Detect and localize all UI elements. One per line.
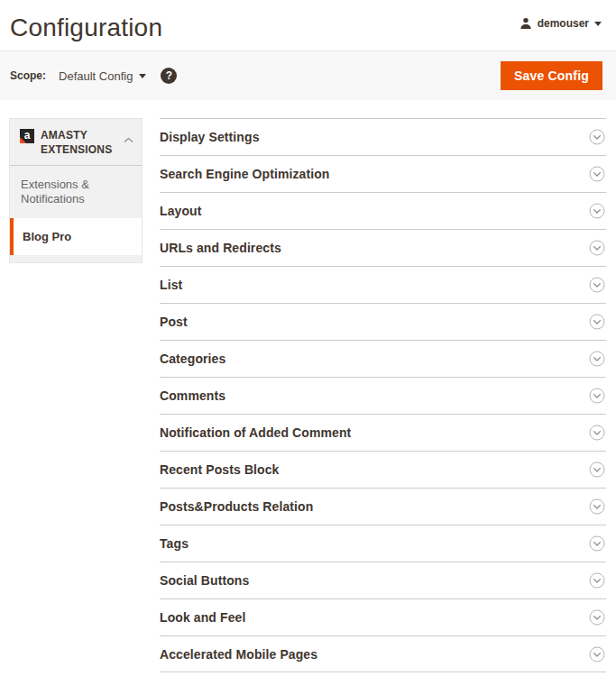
- config-section-row[interactable]: Tags: [160, 525, 606, 562]
- chevron-down-circle-icon: [589, 129, 605, 145]
- chevron-down-circle-icon: [589, 498, 605, 515]
- section-title: Notification of Added Comment: [160, 425, 351, 440]
- config-section-row[interactable]: List: [160, 266, 606, 303]
- chevron-down-circle-icon: [589, 166, 605, 182]
- caret-down-icon: [594, 22, 602, 26]
- amasty-logo-icon: a: [20, 129, 34, 143]
- section-title: Posts&Products Relation: [160, 499, 313, 514]
- config-section-row[interactable]: Notification of Added Comment: [160, 414, 606, 451]
- help-glyph: ?: [166, 70, 172, 81]
- chevron-down-circle-icon: [589, 572, 605, 589]
- section-title: Post: [160, 315, 188, 329]
- section-title: Tags: [160, 536, 188, 551]
- page-header: Configuration demouser: [0, 0, 616, 51]
- section-title: Social Buttons: [160, 573, 249, 588]
- config-section-row[interactable]: Accelerated Mobile Pages: [160, 635, 606, 672]
- chevron-down-circle-icon: [589, 277, 605, 293]
- caret-down-icon: [139, 74, 146, 78]
- config-nav-sidebar: a Amasty Extensions Extensions & Notific…: [9, 118, 143, 263]
- user-name: demouser: [538, 17, 589, 30]
- chevron-down-circle-icon: [589, 535, 605, 552]
- config-section-row[interactable]: Search Engine Optimization: [160, 155, 606, 192]
- sidebar-nav: Extensions & Notifications Blog Pro: [10, 166, 142, 255]
- section-title: Categories: [160, 352, 225, 366]
- section-title: Comments: [160, 388, 225, 403]
- content: a Amasty Extensions Extensions & Notific…: [0, 100, 616, 672]
- save-config-button[interactable]: Save Config: [501, 61, 602, 90]
- config-section-row[interactable]: URLs and Redirects: [160, 229, 606, 266]
- config-section-row[interactable]: Comments: [160, 377, 606, 414]
- chevron-down-circle-icon: [589, 609, 605, 626]
- chevron-down-circle-icon: [589, 425, 605, 441]
- section-title: List: [160, 278, 182, 292]
- user-icon: [519, 17, 532, 30]
- scope-label: Scope:: [10, 69, 46, 82]
- config-section-row[interactable]: Post: [160, 303, 606, 340]
- scope-switcher[interactable]: Default Config: [59, 69, 146, 83]
- chevron-down-circle-icon: [589, 240, 605, 256]
- user-menu[interactable]: demouser: [519, 17, 602, 30]
- scope-bar: Scope: Default Config ? Save Config: [0, 51, 616, 100]
- sidebar-item-blog-pro[interactable]: Blog Pro: [10, 218, 142, 256]
- chevron-down-circle-icon: [589, 203, 605, 219]
- config-section-row[interactable]: Layout: [160, 192, 606, 229]
- section-title: Recent Posts Block: [160, 462, 280, 477]
- section-title: Layout: [160, 204, 202, 218]
- config-section-row[interactable]: Social Buttons: [160, 562, 606, 598]
- section-title: Look and Feel: [160, 610, 245, 625]
- scope-value: Default Config: [59, 69, 133, 83]
- section-title: Accelerated Mobile Pages: [160, 647, 317, 662]
- config-section-row[interactable]: Categories: [160, 340, 606, 377]
- section-title: Search Engine Optimization: [160, 167, 330, 181]
- config-sections: Display Settings Search Engine Optimizat…: [160, 118, 606, 672]
- config-section-row[interactable]: Recent Posts Block: [160, 451, 606, 488]
- sidebar-title: Amasty Extensions: [41, 128, 116, 157]
- chevron-down-circle-icon: [589, 388, 605, 404]
- chevron-down-circle-icon: [589, 314, 605, 330]
- chevron-up-icon: [124, 131, 133, 147]
- sidebar-item-extensions-notifications[interactable]: Extensions & Notifications: [10, 166, 142, 217]
- page-title: Configuration: [10, 14, 162, 42]
- chevron-down-circle-icon: [589, 351, 605, 367]
- chevron-down-circle-icon: [589, 461, 605, 478]
- config-section-row[interactable]: Look and Feel: [160, 598, 606, 635]
- help-icon[interactable]: ?: [161, 68, 177, 84]
- config-section-row[interactable]: Posts&Products Relation: [160, 488, 606, 525]
- sidebar-header[interactable]: a Amasty Extensions: [10, 119, 142, 166]
- section-title: Display Settings: [160, 130, 260, 144]
- chevron-down-circle-icon: [589, 646, 605, 662]
- section-title: URLs and Redirects: [160, 241, 281, 255]
- config-section-row[interactable]: Display Settings: [160, 118, 606, 155]
